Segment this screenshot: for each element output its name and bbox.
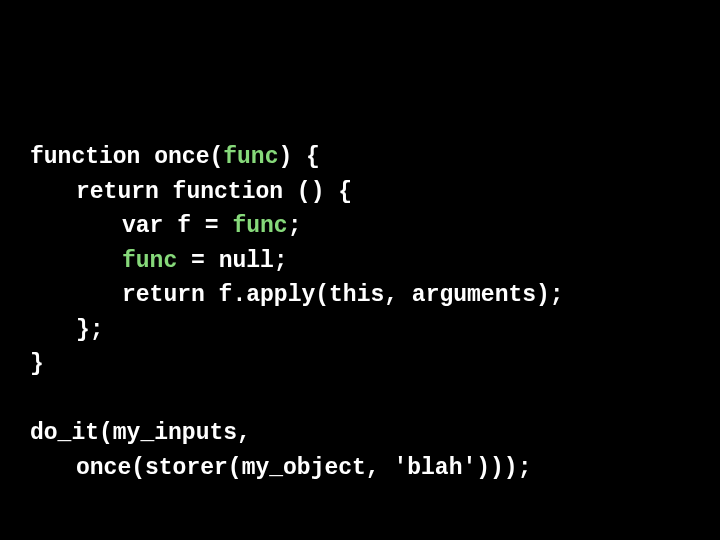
identifier-highlight: func (232, 213, 287, 239)
code-text: return f.apply(this, arguments); (122, 282, 564, 308)
identifier-highlight: func (223, 144, 278, 170)
code-line: return function () { (30, 175, 690, 210)
code-line: func = null; (30, 244, 690, 279)
code-text: } (30, 351, 44, 377)
code-line: var f = func; (30, 209, 690, 244)
code-slide: function once(func) {return function () … (0, 0, 720, 540)
code-block: function once(func) {return function () … (30, 140, 690, 485)
code-text: function once( (30, 144, 223, 170)
code-text: ) { (278, 144, 319, 170)
code-line: once(storer(my_object, 'blah'))); (30, 451, 690, 486)
code-line: return f.apply(this, arguments); (30, 278, 690, 313)
code-text: once(storer(my_object, 'blah'))); (76, 455, 531, 481)
code-line: do_it(my_inputs, (30, 416, 690, 451)
code-line: }; (30, 313, 690, 348)
code-line: function once(func) { (30, 140, 690, 175)
code-line: } (30, 347, 690, 382)
code-text: return function () { (76, 179, 352, 205)
identifier-highlight: func (122, 248, 177, 274)
code-text: var f = (122, 213, 232, 239)
code-text: = null; (177, 248, 287, 274)
code-text: do_it(my_inputs, (30, 420, 251, 446)
code-text: ; (288, 213, 302, 239)
code-text: }; (76, 317, 104, 343)
code-line (30, 382, 690, 417)
